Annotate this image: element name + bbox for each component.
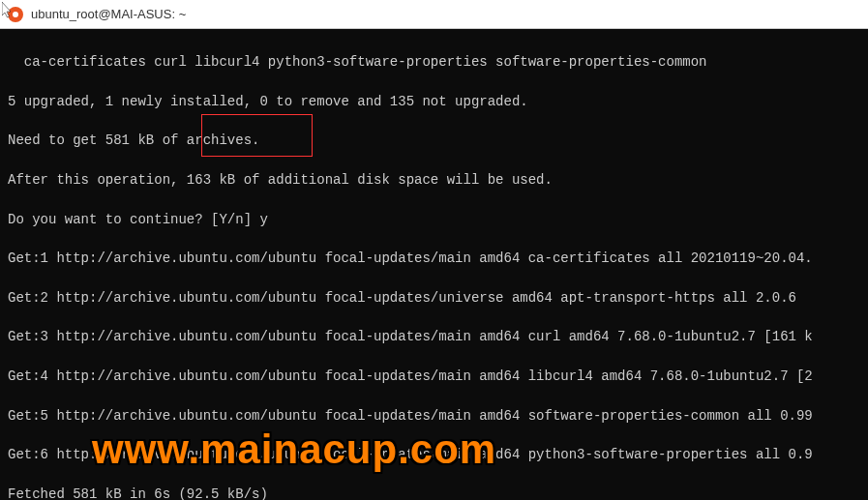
window-title-bar[interactable]: ubuntu_root@MAI-ASUS: ~ [0, 0, 868, 29]
terminal-line: Get:5 http://archive.ubuntu.com/ubuntu f… [8, 406, 860, 426]
terminal-line: ca-certificates curl libcurl4 python3-so… [8, 52, 860, 72]
terminal-line: After this operation, 163 kB of addition… [8, 170, 860, 190]
terminal-line: Fetched 581 kB in 6s (92.5 kB/s) [8, 485, 860, 500]
terminal-line: Get:4 http://archive.ubuntu.com/ubuntu f… [8, 367, 860, 386]
terminal-line: Get:3 http://archive.ubuntu.com/ubuntu f… [8, 327, 860, 346]
window-title: ubuntu_root@MAI-ASUS: ~ [31, 7, 186, 21]
terminal-line: Do you want to continue? [Y/n] y [8, 210, 860, 229]
terminal-line: Need to get 581 kB of archives. [8, 131, 860, 150]
terminal-line: Get:6 http://archive.ubuntu.com/ubuntu f… [8, 445, 860, 464]
terminal-line: 5 upgraded, 1 newly installed, 0 to remo… [8, 92, 860, 111]
terminal-output[interactable]: ca-certificates curl libcurl4 python3-so… [0, 29, 868, 500]
terminal-line: Get:1 http://archive.ubuntu.com/ubuntu f… [8, 249, 860, 268]
terminal-line: Get:2 http://archive.ubuntu.com/ubuntu f… [8, 288, 860, 308]
cursor-icon [2, 2, 14, 19]
